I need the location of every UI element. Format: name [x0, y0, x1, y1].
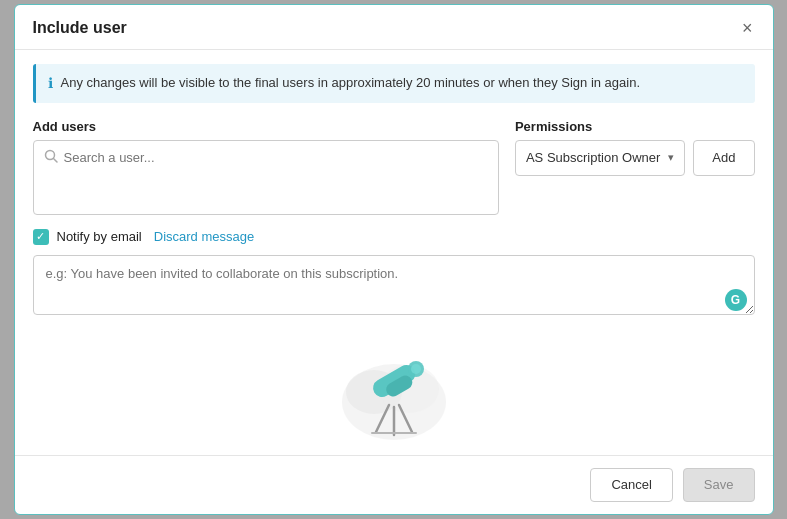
svg-line-1: [53, 158, 57, 162]
permissions-wrapper: Permissions AS Subscription Owner ▾ Add: [515, 119, 755, 176]
checkmark-icon: ✓: [36, 230, 45, 243]
modal-body: ℹ Any changes will be visible to the fin…: [15, 50, 773, 455]
info-text: Any changes will be visible to the final…: [61, 74, 641, 93]
chevron-down-icon: ▾: [668, 151, 674, 164]
include-user-modal: Include user × ℹ Any changes will be vis…: [14, 4, 774, 515]
add-users-col: Add users: [33, 119, 499, 215]
message-area-wrapper: G: [33, 255, 755, 319]
search-icon: [44, 149, 58, 166]
message-textarea[interactable]: [33, 255, 755, 315]
form-row: Add users: [33, 119, 755, 215]
info-icon: ℹ: [48, 75, 53, 91]
permissions-col: Permissions AS Subscription Owner ▾ Add: [515, 119, 755, 176]
add-users-label: Add users: [33, 119, 499, 134]
permissions-selected: AS Subscription Owner: [526, 150, 660, 165]
info-banner: ℹ Any changes will be visible to the fin…: [33, 64, 755, 103]
close-button[interactable]: ×: [740, 19, 755, 37]
telescope-illustration: [334, 337, 454, 447]
svg-point-8: [411, 364, 421, 374]
grammarly-icon: G: [725, 289, 747, 311]
permissions-label: Permissions: [515, 119, 755, 134]
permissions-dropdown[interactable]: AS Subscription Owner ▾: [515, 140, 685, 176]
add-permission-button[interactable]: Add: [693, 140, 754, 176]
search-input[interactable]: [64, 150, 488, 165]
search-area-inner: [34, 141, 498, 174]
notify-row: ✓ Notify by email Discard message: [33, 229, 755, 245]
modal-header: Include user ×: [15, 5, 773, 50]
notify-checkbox[interactable]: ✓: [33, 229, 49, 245]
discard-message-link[interactable]: Discard message: [154, 229, 254, 244]
modal-overlay: Include user × ℹ Any changes will be vis…: [0, 0, 787, 519]
modal-footer: Cancel Save: [15, 455, 773, 514]
modal-title: Include user: [33, 19, 127, 37]
illustration-area: [33, 329, 755, 455]
save-button[interactable]: Save: [683, 468, 755, 502]
search-area[interactable]: [33, 140, 499, 215]
cancel-button[interactable]: Cancel: [590, 468, 672, 502]
notify-label: Notify by email: [57, 229, 142, 244]
